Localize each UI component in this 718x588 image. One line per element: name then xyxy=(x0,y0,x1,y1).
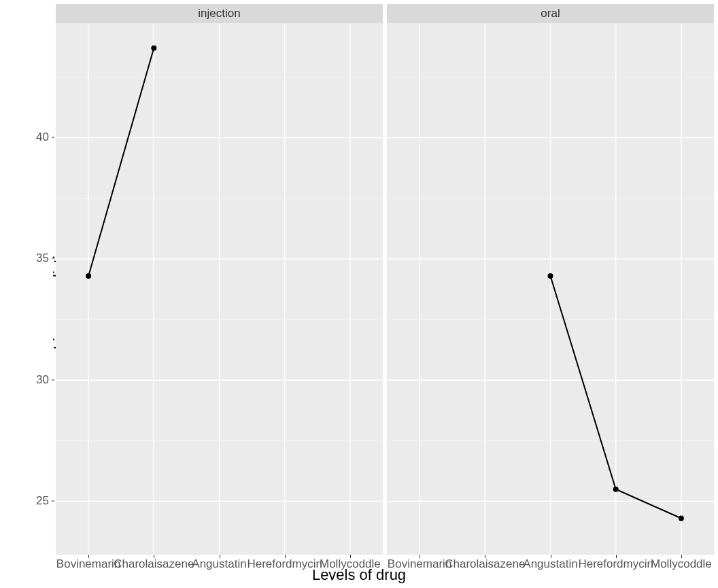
x-tick-label: Mollycoddle xyxy=(320,557,381,571)
svg-point-28 xyxy=(548,273,553,279)
grid-major xyxy=(56,24,383,555)
y-tick-mark xyxy=(52,137,54,137)
x-tick-label: Bovinemarin xyxy=(388,557,452,571)
x-tick-label: Charolaisazene xyxy=(445,557,525,571)
grid-major xyxy=(387,24,714,555)
line-series-injection xyxy=(86,46,156,279)
x-tick-label: Herefordmycin xyxy=(578,557,653,571)
y-tick-mark xyxy=(52,258,54,259)
y-tick-label: 25 xyxy=(36,494,49,508)
facet-injection: injection xyxy=(56,4,383,555)
x-tick-label: Mollycoddle xyxy=(651,557,712,571)
x-tick-label: Charolaisazene xyxy=(114,557,194,571)
y-tick-mark xyxy=(52,379,54,380)
svg-point-13 xyxy=(86,273,91,279)
x-axis-labels: Bovinemarin Charolaisazene Angustatin He… xyxy=(56,557,714,572)
facet-strip: oral xyxy=(387,4,714,23)
y-tick-mark xyxy=(52,501,54,502)
y-tick-label: 40 xyxy=(36,131,49,144)
x-tick-label: Bovinemarin xyxy=(56,557,121,571)
y-tick-label: 30 xyxy=(36,373,49,387)
facet-strip: injection xyxy=(56,4,383,23)
svg-point-29 xyxy=(613,487,619,492)
x-tick-label: Angustatin xyxy=(192,557,246,571)
svg-point-14 xyxy=(151,46,156,51)
facet-row: injection xyxy=(56,4,714,555)
svg-point-30 xyxy=(679,515,684,521)
plot-panel xyxy=(387,23,714,555)
faceted-line-chart: Linear prediction Levels of drug 40 35 3… xyxy=(0,0,718,588)
x-tick-label: Angustatin xyxy=(523,557,577,571)
facet-oral: oral xyxy=(387,4,714,555)
x-tick-label: Herefordmycin xyxy=(247,557,322,571)
y-tick-label: 35 xyxy=(36,252,49,265)
x-labels-oral: Bovinemarin Charolaisazene Angustatin He… xyxy=(387,557,714,572)
plot-panel xyxy=(56,23,383,555)
x-labels-injection: Bovinemarin Charolaisazene Angustatin He… xyxy=(56,557,383,572)
